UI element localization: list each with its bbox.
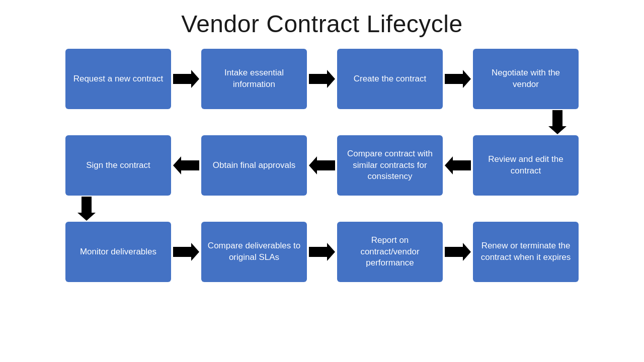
arrow-right-5 (307, 242, 337, 262)
svg-marker-10 (445, 243, 471, 261)
arrow-right-4 (171, 242, 201, 262)
arrow-down-container-left (20, 197, 624, 221)
box-sign-the-contract: Sign the contract (65, 135, 171, 196)
box-obtain-final-approvals: Obtain final approvals (201, 135, 307, 196)
arrow-left-2 (307, 155, 337, 175)
arrow-left-3 (443, 155, 473, 175)
page-title: Vendor Contract Lifecycle (181, 10, 462, 38)
svg-marker-4 (173, 156, 199, 174)
arrow-down-left (76, 197, 97, 221)
svg-marker-6 (445, 156, 471, 174)
row-1: Request a new contract Intake essential … (20, 49, 624, 109)
arrow-down-container-right (20, 110, 624, 134)
box-create-the-contract: Create the contract (337, 49, 443, 109)
box-request-new-contract: Request a new contract (65, 49, 171, 109)
box-renew-terminate: Renew or terminate the contract when it … (473, 222, 579, 282)
svg-marker-7 (77, 197, 96, 221)
arrow-left-1 (171, 155, 201, 175)
box-report-performance: Report on contract/vendor performance (337, 222, 443, 282)
svg-marker-9 (309, 243, 335, 261)
box-review-edit-contract: Review and edit the contract (473, 135, 579, 196)
svg-marker-3 (548, 110, 567, 134)
arrow-down-right (547, 110, 568, 134)
arrow-right-2 (307, 69, 337, 89)
svg-marker-8 (173, 243, 199, 261)
arrow-right-6 (443, 242, 473, 262)
arrow-right-1 (171, 69, 201, 89)
page: Vendor Contract Lifecycle Request a new … (0, 0, 644, 362)
arrow-right-3 (443, 69, 473, 89)
row-2: Sign the contract Obtain final approvals… (20, 135, 624, 196)
svg-marker-0 (173, 70, 199, 88)
box-compare-contract-consistency: Compare contract with similar contracts … (337, 135, 443, 196)
svg-marker-2 (445, 70, 471, 88)
box-monitor-deliverables: Monitor deliverables (65, 222, 171, 282)
box-compare-deliverables-slas: Compare deliverables to original SLAs (201, 222, 307, 282)
box-negotiate-with-vendor: Negotiate with the vendor (473, 49, 579, 109)
svg-marker-5 (309, 156, 335, 174)
svg-marker-1 (309, 70, 335, 88)
row-3: Monitor deliverables Compare deliverable… (20, 222, 624, 282)
diagram: Request a new contract Intake essential … (20, 49, 624, 282)
box-intake-essential-information: Intake essential information (201, 49, 307, 109)
